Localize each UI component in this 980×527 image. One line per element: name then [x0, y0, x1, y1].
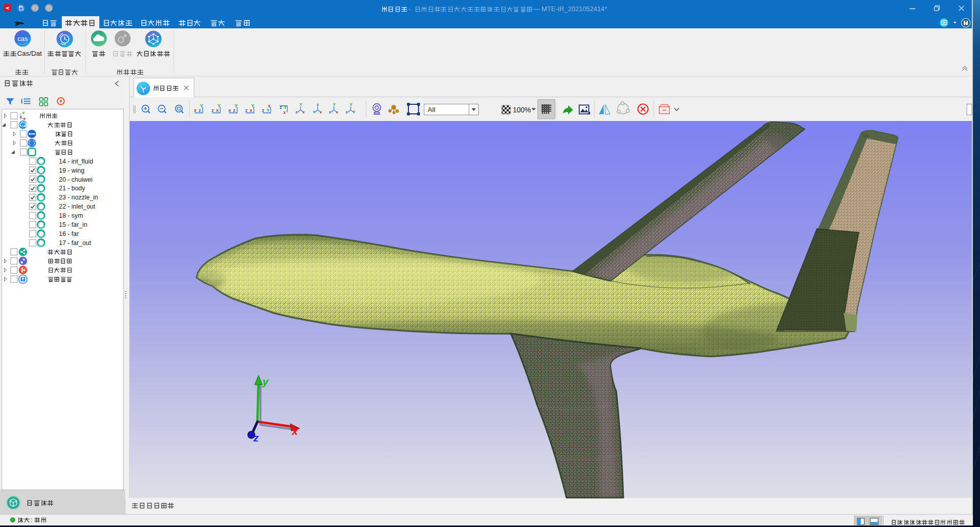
svg-text:Y: Y: [22, 111, 25, 115]
svg-text:14 - int_fluid: 14 - int_fluid: [59, 158, 93, 165]
svg-text:21 - body: 21 - body: [59, 185, 85, 192]
svg-text:z: z: [317, 102, 319, 107]
svg-text:Y: Y: [333, 102, 336, 107]
svg-text:z: z: [346, 110, 348, 114]
svg-text:20 - chuiwei: 20 - chuiwei: [59, 176, 92, 183]
svg-text:z: z: [253, 432, 259, 443]
svg-text:x: x: [336, 110, 338, 114]
svg-text:Cas/Dat: Cas/Dat: [17, 50, 42, 57]
svg-text:x: x: [291, 425, 298, 437]
svg-text::: :: [31, 516, 33, 523]
svg-text:— MTE-IR_2021052414*: — MTE-IR_2021052414*: [533, 5, 607, 13]
svg-text:z: z: [262, 108, 264, 113]
svg-text:y: y: [262, 376, 269, 387]
svg-text:All: All: [428, 106, 435, 113]
svg-text:Y: Y: [313, 110, 316, 114]
svg-text:x: x: [320, 110, 322, 114]
svg-text:x: x: [250, 108, 252, 113]
svg-text:x: x: [303, 110, 305, 114]
svg-text:23 - nozzle_in: 23 - nozzle_in: [59, 194, 98, 201]
svg-text:x: x: [194, 108, 197, 113]
svg-text:z: z: [212, 108, 214, 113]
svg-text:z: z: [295, 110, 297, 114]
svg-text:x: x: [283, 110, 286, 115]
svg-text:22 - inlet_out: 22 - inlet_out: [59, 203, 95, 210]
svg-text:19 - wing: 19 - wing: [59, 167, 84, 174]
svg-text:-: -: [409, 5, 411, 13]
svg-text:100%: 100%: [513, 106, 531, 114]
svg-text:x: x: [23, 116, 26, 121]
svg-text:z: z: [280, 105, 282, 110]
svg-text:z: z: [245, 108, 247, 113]
svg-text:15 - far_in: 15 - far_in: [59, 221, 87, 228]
svg-text:z: z: [329, 110, 331, 114]
svg-text:z: z: [233, 108, 235, 113]
svg-text:17 - far_out: 17 - far_out: [59, 239, 91, 247]
svg-text:18 - sym: 18 - sym: [59, 212, 83, 219]
svg-text:Y: Y: [299, 102, 303, 107]
svg-text:Y: Y: [267, 108, 270, 113]
svg-text:Y: Y: [353, 110, 356, 114]
svg-text:Y: Y: [350, 102, 353, 107]
svg-text:z: z: [199, 108, 201, 113]
svg-text:16 - far: 16 - far: [59, 230, 79, 237]
svg-text:cas: cas: [18, 35, 28, 43]
svg-text:x: x: [216, 108, 219, 113]
svg-text:Y: Y: [284, 105, 287, 110]
svg-text:x: x: [229, 108, 231, 113]
